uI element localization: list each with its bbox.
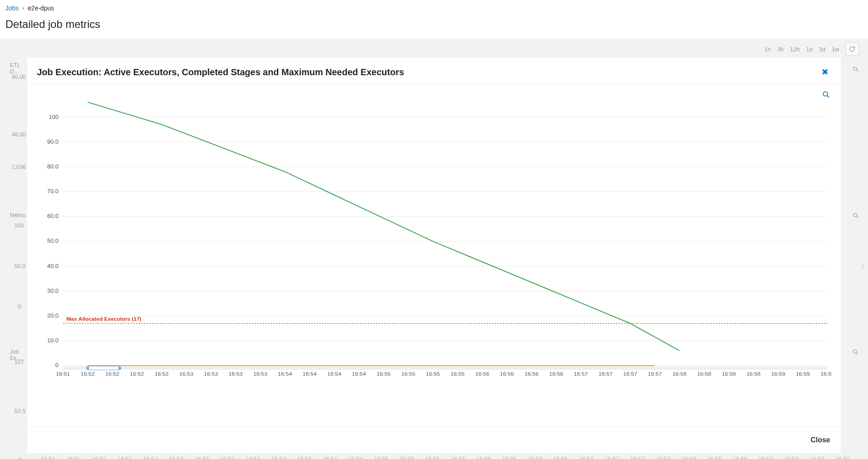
refresh-button[interactable] bbox=[845, 42, 859, 56]
chart-scrollbar-handle[interactable] bbox=[88, 366, 120, 370]
time-range-1d[interactable]: 1d bbox=[806, 46, 812, 53]
bg-x-tick: 16:56 bbox=[553, 455, 568, 459]
x-tick-label: 16:58 bbox=[697, 371, 712, 377]
bg-y-tick: 46.00 bbox=[12, 132, 26, 138]
bg-y-tick: 0 bbox=[18, 304, 21, 310]
bg-y-tick: 50.0 bbox=[14, 263, 25, 269]
svg-point-6 bbox=[823, 92, 828, 96]
y-tick-label: 40.0 bbox=[47, 263, 59, 269]
bg-x-tick: 16:59 bbox=[835, 455, 850, 459]
x-tick-label: 16:55 bbox=[377, 371, 391, 377]
time-range-3d[interactable]: 3d bbox=[819, 46, 825, 53]
x-tick-label: 16:51 bbox=[56, 371, 70, 377]
bg-x-tick: 16:54 bbox=[271, 455, 286, 459]
close-button[interactable]: Close bbox=[810, 436, 830, 444]
bg-x-tick: 16:53 bbox=[220, 455, 235, 459]
bg-x-tick: 16:57 bbox=[579, 455, 594, 459]
bg-y-tick: 53.5 bbox=[14, 408, 25, 414]
search-icon[interactable] bbox=[852, 349, 859, 357]
time-range-1w[interactable]: 1w bbox=[832, 46, 839, 53]
bg-x-tick: 16:56 bbox=[527, 455, 542, 459]
bg-x-tick: 16:58 bbox=[682, 455, 696, 459]
x-tick-label: 16:56 bbox=[549, 371, 564, 377]
bg-x-tick: 16:55 bbox=[400, 455, 414, 459]
close-icon[interactable]: ✖ bbox=[819, 67, 831, 77]
x-tick-label: 16:56 bbox=[500, 371, 514, 377]
chart-plot-area[interactable]: 010.020.030.040.050.060.070.080.090.0100… bbox=[36, 101, 832, 399]
more-icon[interactable]: ••• bbox=[862, 263, 863, 270]
bg-x-tick: 16:53 bbox=[194, 455, 209, 459]
x-tick-label: 16:58 bbox=[673, 371, 687, 377]
x-tick-label: 16:53 bbox=[229, 371, 243, 377]
bg-x-tick: 16:55 bbox=[374, 455, 389, 459]
breadcrumb-root-link[interactable]: Jobs bbox=[5, 5, 19, 12]
y-tick-label: 0 bbox=[55, 363, 59, 368]
x-tick-label: 16:58 bbox=[722, 371, 736, 377]
y-tick-label: 90.0 bbox=[47, 139, 59, 145]
x-tick-label: 16:52 bbox=[155, 371, 169, 377]
page-title: Detailed job metrics bbox=[0, 14, 868, 39]
search-icon[interactable] bbox=[852, 66, 859, 74]
chart-scrollbar-grip[interactable] bbox=[118, 367, 121, 369]
y-tick-label: 100 bbox=[49, 114, 59, 120]
bg-y-tick: 107 bbox=[14, 359, 24, 365]
time-range-12h[interactable]: 12h bbox=[790, 46, 800, 53]
bg-x-tick: 16:58 bbox=[758, 455, 773, 459]
x-tick-label: 16:59 bbox=[820, 371, 832, 377]
y-tick-label: 10.0 bbox=[47, 338, 59, 344]
bg-x-tick: 16:56 bbox=[476, 455, 491, 459]
bg-x-tick: 16:54 bbox=[348, 455, 363, 459]
bg-x-tick: 16:57 bbox=[656, 455, 671, 459]
bg-x-tick: 16:59 bbox=[809, 455, 824, 459]
bg-x-tick: 16:57 bbox=[604, 455, 619, 459]
time-range-1h[interactable]: 1h bbox=[764, 46, 771, 53]
bg-x-tick: 16:52 bbox=[118, 455, 132, 459]
zoom-icon[interactable] bbox=[822, 91, 830, 101]
x-tick-label: 16:56 bbox=[475, 371, 490, 377]
series-line bbox=[88, 102, 680, 351]
svg-line-7 bbox=[827, 95, 829, 98]
svg-point-2 bbox=[854, 214, 857, 217]
bg-x-tick: 16:53 bbox=[245, 455, 260, 459]
threshold-label: Max Allocated Executors (17) bbox=[67, 317, 141, 322]
bg-x-tick: 16:54 bbox=[297, 455, 312, 459]
x-tick-label: 16:56 bbox=[524, 371, 539, 377]
x-tick-label: 16:59 bbox=[796, 371, 810, 377]
modal-footer: Close bbox=[27, 427, 841, 453]
y-tick-label: 80.0 bbox=[47, 164, 59, 169]
x-tick-label: 16:55 bbox=[450, 371, 465, 377]
bg-y-tick: 100 bbox=[14, 223, 24, 229]
x-tick-label: 16:52 bbox=[130, 371, 145, 377]
chart-scrollbar-track[interactable] bbox=[63, 367, 827, 370]
metrics-panel-background: 1h 3h 12h 1d 3d 1w ETL D… 80.00 46.00 2,… bbox=[0, 39, 868, 459]
bg-x-tick: 16:55 bbox=[425, 455, 440, 459]
bg-y-tick: 2,036 bbox=[12, 164, 26, 170]
bg-x-tick: 16:52 bbox=[66, 455, 81, 459]
bg-x-tick: 16:57 bbox=[630, 455, 645, 459]
x-tick-label: 16:54 bbox=[327, 371, 342, 377]
time-range-3h[interactable]: 3h bbox=[777, 46, 783, 53]
x-tick-label: 16:52 bbox=[81, 371, 95, 377]
bg-x-tick: 16:53 bbox=[169, 455, 184, 459]
x-tick-label: 16:53 bbox=[179, 371, 194, 377]
chart-scrollbar-grip[interactable] bbox=[86, 367, 89, 369]
x-tick-label: 16:53 bbox=[253, 371, 268, 377]
x-tick-label: 16:57 bbox=[574, 371, 588, 377]
bg-x-tick: 16:58 bbox=[707, 455, 722, 459]
bg-x-axis: 16:5116:5216:5216:5216:5216:5316:5316:53… bbox=[41, 455, 850, 459]
modal-title: Job Execution: Active Executors, Complet… bbox=[37, 67, 404, 77]
modal-header: Job Execution: Active Executors, Complet… bbox=[27, 58, 841, 84]
bg-y-tick: 0 bbox=[18, 457, 21, 459]
bg-x-tick: 16:58 bbox=[732, 455, 747, 459]
y-tick-label: 30.0 bbox=[47, 288, 59, 294]
chevron-right-icon: › bbox=[23, 5, 24, 11]
search-icon[interactable] bbox=[852, 212, 859, 221]
bg-x-tick: 16:52 bbox=[143, 455, 158, 459]
modal-body: 010.020.030.040.050.060.070.080.090.0100… bbox=[27, 84, 841, 427]
svg-point-4 bbox=[854, 350, 857, 354]
svg-point-0 bbox=[854, 67, 857, 71]
x-tick-label: 16:57 bbox=[599, 371, 613, 377]
svg-line-5 bbox=[856, 353, 858, 354]
x-tick-label: 16:54 bbox=[303, 371, 317, 377]
breadcrumb-leaf: e2e-dpus bbox=[28, 5, 54, 12]
